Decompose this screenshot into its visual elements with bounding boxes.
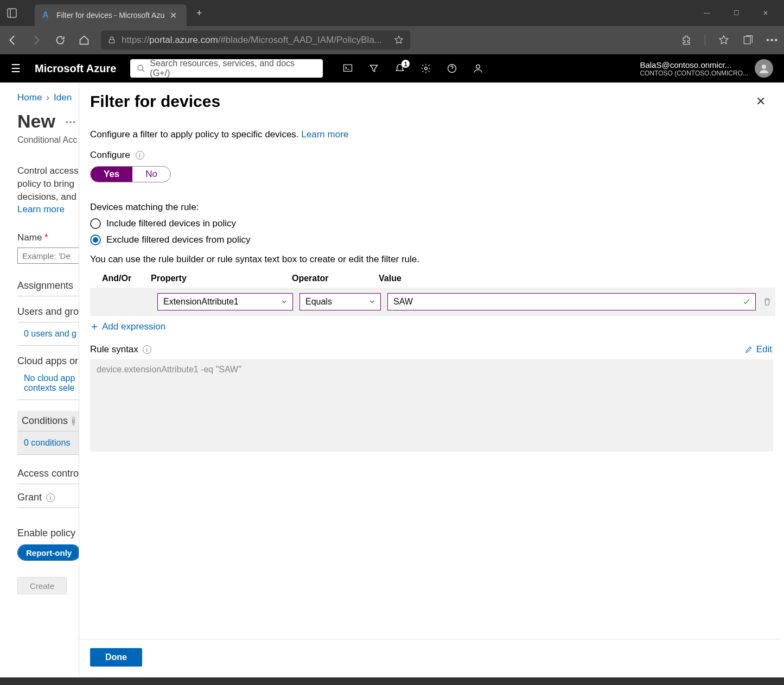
menu-button[interactable]: ☰ xyxy=(11,62,21,75)
more-icon[interactable]: ••• xyxy=(766,35,779,45)
col-operator: Operator xyxy=(292,274,379,283)
toggle-no[interactable]: No xyxy=(132,167,170,182)
collections-icon[interactable] xyxy=(742,35,753,46)
notification-badge: 1 xyxy=(401,60,410,68)
info-icon[interactable]: i xyxy=(143,345,151,354)
col-value: Value xyxy=(379,274,772,283)
conditions-heading[interactable]: Conditions xyxy=(22,415,68,427)
global-search[interactable]: Search resources, services, and docs (G+… xyxy=(130,59,323,78)
done-button[interactable]: Done xyxy=(90,648,142,667)
svg-rect-3 xyxy=(744,36,751,43)
enable-report-only[interactable]: Report-only xyxy=(18,546,79,560)
cloud-apps-heading[interactable]: Cloud apps or xyxy=(17,356,79,371)
lock-icon xyxy=(107,36,116,45)
svg-rect-2 xyxy=(109,40,114,43)
policy-name-input[interactable] xyxy=(17,248,79,264)
match-rule-heading: Devices matching the rule: xyxy=(90,202,775,213)
back-button[interactable] xyxy=(5,33,20,47)
name-label: Name xyxy=(17,232,42,243)
filter-for-devices-blade: Filter for devices ✕ Configure a filter … xyxy=(79,83,781,675)
window-maximize-button[interactable]: ☐ xyxy=(729,9,744,17)
exclude-radio-label: Exclude filtered devices from policy xyxy=(106,234,251,245)
divider xyxy=(705,35,705,46)
enable-policy-label: Enable policy xyxy=(17,528,79,539)
avatar-icon xyxy=(755,59,773,78)
desc-line: Control access xyxy=(17,164,79,177)
rule-row: ExtensionAttribute1 Equals SAW xyxy=(90,288,775,316)
cloud-shell-icon[interactable] xyxy=(342,64,353,73)
property-select[interactable]: ExtensionAttribute1 xyxy=(157,293,293,310)
breadcrumb: Home › Iden xyxy=(17,92,79,103)
page-title: New xyxy=(17,111,55,132)
window-minimize-button[interactable]: — xyxy=(699,9,715,17)
refresh-button[interactable] xyxy=(53,33,67,47)
check-icon xyxy=(742,297,751,306)
learn-more-link[interactable]: Learn more xyxy=(17,203,79,216)
blade-intro: Configure a filter to apply policy to sp… xyxy=(90,129,301,139)
directory-filter-icon[interactable] xyxy=(368,63,379,74)
notifications-icon[interactable]: 1 xyxy=(394,63,405,74)
value-input[interactable]: SAW xyxy=(387,293,756,310)
close-blade-button[interactable]: ✕ xyxy=(756,94,766,109)
window-close-button[interactable]: ✕ xyxy=(758,9,773,17)
search-placeholder: Search resources, services, and docs (G+… xyxy=(150,59,316,78)
svg-line-5 xyxy=(142,69,144,72)
account-menu[interactable]: BalaS@contoso.onmicr... CONTOSO (CONTOSO… xyxy=(640,59,773,78)
browser-tab[interactable]: A Filter for devices - Microsoft Azu ✕ xyxy=(35,4,187,26)
new-tab-button[interactable]: + xyxy=(189,8,210,19)
help-icon[interactable] xyxy=(447,63,457,74)
favorites-icon[interactable] xyxy=(718,35,729,46)
sidebar-toggle-icon[interactable] xyxy=(5,7,18,20)
svg-point-10 xyxy=(762,65,766,69)
conditions-summary[interactable]: 0 conditions xyxy=(17,432,79,455)
learn-more-link[interactable]: Learn more xyxy=(301,129,348,139)
page-subtitle: Conditional Acc xyxy=(17,135,79,145)
desc-line: policy to bring xyxy=(17,177,79,191)
include-radio-row[interactable]: Include filtered devices in policy xyxy=(90,218,775,229)
users-summary[interactable]: 0 users and g xyxy=(17,322,79,346)
rule-syntax-box[interactable]: device.extensionAttribute1 -eq "SAW" xyxy=(90,359,773,452)
svg-point-7 xyxy=(425,67,428,70)
url-text: https://portal.azure.com/#blade/Microsof… xyxy=(122,35,388,46)
edit-syntax-button[interactable]: Edit xyxy=(744,344,772,355)
svg-point-4 xyxy=(138,65,143,70)
cloud-apps-summary2[interactable]: contexts sele xyxy=(24,383,79,393)
close-tab-icon[interactable]: ✕ xyxy=(170,10,177,21)
grant-heading[interactable]: Grant xyxy=(17,492,42,503)
radio-unchecked-icon[interactable] xyxy=(90,218,101,229)
configure-toggle[interactable]: Yes No xyxy=(90,166,171,182)
address-bar[interactable]: https://portal.azure.com/#blade/Microsof… xyxy=(101,30,410,50)
info-icon[interactable]: i xyxy=(136,151,144,160)
settings-icon[interactable] xyxy=(420,63,431,74)
radio-checked-icon[interactable] xyxy=(90,234,101,245)
add-expression-button[interactable]: Add expression xyxy=(90,321,775,332)
home-button[interactable] xyxy=(77,33,91,47)
assignments-heading: Assignments xyxy=(17,280,79,296)
exclude-radio-row[interactable]: Exclude filtered devices from policy xyxy=(90,234,775,245)
cloud-apps-summary[interactable]: No cloud app xyxy=(24,373,79,383)
create-button[interactable]: Create xyxy=(17,577,67,594)
delete-row-button[interactable] xyxy=(762,297,772,307)
blade-title: Filter for devices xyxy=(90,92,756,111)
breadcrumb-identity[interactable]: Iden xyxy=(54,92,72,103)
svg-rect-6 xyxy=(344,65,352,71)
chevron-down-icon xyxy=(368,298,376,306)
col-property: Property xyxy=(151,274,292,283)
enable-policy-toggle[interactable]: Report-only xyxy=(17,544,79,561)
feedback-icon[interactable] xyxy=(473,63,483,74)
toggle-yes[interactable]: Yes xyxy=(91,167,132,182)
favorite-icon[interactable] xyxy=(394,35,404,45)
azure-brand[interactable]: Microsoft Azure xyxy=(35,62,116,75)
azure-favicon-icon: A xyxy=(42,10,51,20)
info-icon[interactable]: i xyxy=(72,417,74,426)
extensions-icon[interactable] xyxy=(681,35,692,46)
svg-rect-0 xyxy=(8,9,16,17)
include-radio-label: Include filtered devices in policy xyxy=(106,218,236,229)
operator-select[interactable]: Equals xyxy=(299,293,381,310)
configure-label: Configure xyxy=(90,150,130,161)
users-heading[interactable]: Users and grou xyxy=(17,306,79,322)
breadcrumb-home[interactable]: Home xyxy=(17,92,42,103)
access-controls-heading: Access contro xyxy=(17,468,79,484)
info-icon[interactable]: i xyxy=(46,493,55,502)
page-title-more-icon[interactable]: ⋯ xyxy=(65,115,76,128)
